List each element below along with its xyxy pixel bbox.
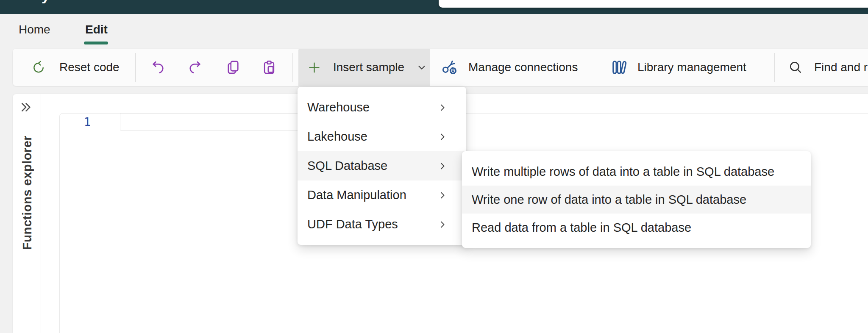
reset-code-button[interactable]: Reset code: [25, 49, 120, 86]
menu-item-label: UDF Data Types: [307, 217, 398, 231]
reset-code-label: Reset code: [59, 61, 120, 74]
find-and-replace-label: Find and r: [814, 61, 868, 74]
submenu-item-label: Write one row of data into a table in SQ…: [472, 193, 746, 207]
submenu-item-read-data[interactable]: Read data from a table in SQL database: [462, 214, 811, 241]
manage-connections-button[interactable]: Manage connections: [432, 49, 578, 86]
books-icon: [611, 59, 627, 75]
redo-button[interactable]: [185, 49, 205, 86]
tab-edit[interactable]: Edit: [85, 21, 108, 38]
sql-database-submenu: Write multiple rows of data into a table…: [462, 151, 811, 248]
find-and-replace-button[interactable]: Find and r: [778, 49, 868, 86]
menu-item-label: Warehouse: [307, 100, 370, 114]
insert-sample-label: Insert sample: [333, 61, 404, 74]
active-tab-underline: [84, 42, 108, 44]
menu-item-label: SQL Database: [307, 159, 387, 173]
insert-sample-button[interactable]: Insert sample: [298, 49, 430, 86]
chevron-down-icon: [416, 62, 427, 73]
menu-item-warehouse[interactable]: Warehouse: [298, 93, 466, 122]
menu-item-lakehouse[interactable]: Lakehouse: [298, 122, 466, 151]
menu-item-label: Data Manipulation: [307, 188, 406, 202]
toolbar-separator: [135, 53, 136, 82]
header-clipped-text: y: [42, 0, 50, 4]
toolbar-separator: [774, 53, 775, 82]
submenu-item-write-multiple-rows[interactable]: Write multiple rows of data into a table…: [462, 158, 811, 186]
sidebar-divider: [41, 94, 41, 333]
tab-home[interactable]: Home: [19, 21, 50, 38]
submenu-item-label: Read data from a table in SQL database: [472, 221, 691, 235]
arrow-undo-icon: [150, 60, 166, 75]
expand-functions-explorer-button[interactable]: [19, 101, 35, 116]
chevron-right-icon: [437, 189, 448, 202]
line-number: 1: [74, 115, 91, 128]
copy-icon: [225, 60, 241, 75]
double-chevron-right-icon: [19, 101, 35, 114]
chevron-right-icon: [437, 101, 448, 114]
submenu-item-write-one-row[interactable]: Write one row of data into a table in SQ…: [462, 186, 811, 214]
library-management-button[interactable]: Library management: [602, 49, 746, 86]
toolbar-separator: [292, 53, 293, 82]
menu-item-sql-database[interactable]: SQL Database: [298, 151, 466, 180]
paste-button[interactable]: [259, 49, 279, 86]
manage-connections-label: Manage connections: [468, 61, 578, 74]
plus-icon: [307, 61, 321, 75]
menu-item-data-manipulation[interactable]: Data Manipulation: [298, 180, 466, 210]
submenu-item-label: Write multiple rows of data into a table…: [472, 165, 774, 179]
chevron-right-icon: [437, 130, 448, 143]
connection-gear-icon: [442, 59, 458, 75]
library-management-label: Library management: [637, 61, 746, 74]
copy-button[interactable]: [223, 49, 243, 86]
functions-explorer-title: Functions explorer: [19, 123, 36, 250]
undo-button[interactable]: [148, 49, 168, 86]
menu-item-udf-data-types[interactable]: UDF Data Types: [298, 210, 466, 239]
arrow-redo-icon: [187, 60, 203, 75]
header-overlay-panel: [439, 0, 868, 8]
clipboard-paste-icon: [262, 60, 277, 75]
chevron-right-icon: [437, 218, 448, 231]
ribbon-toolbar: Reset code: [13, 49, 868, 86]
chevron-right-icon: [437, 160, 448, 172]
menu-item-label: Lakehouse: [307, 130, 367, 144]
arrow-reset-icon: [32, 61, 45, 74]
insert-sample-menu: Warehouse Lakehouse SQL Database Data Ma…: [298, 87, 466, 245]
magnifier-icon: [788, 60, 803, 75]
